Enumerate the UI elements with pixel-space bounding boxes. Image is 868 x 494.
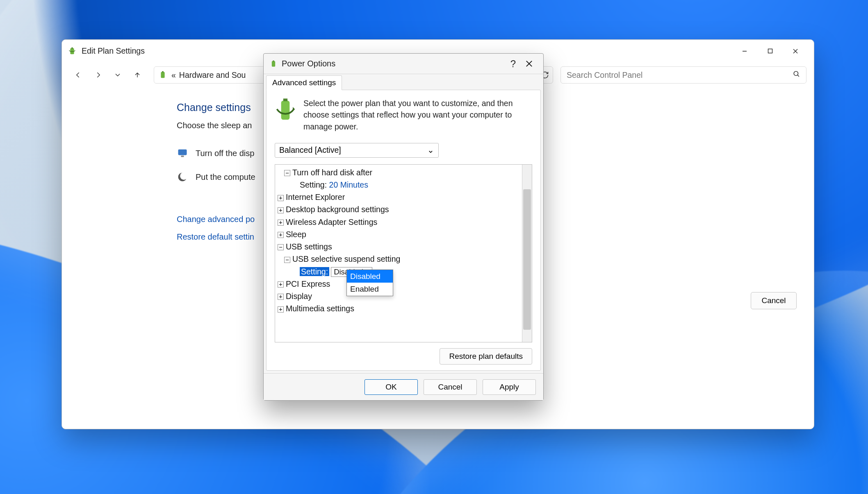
battery-icon [275, 97, 296, 123]
hard-disk-setting-value[interactable]: 20 Minutes [329, 180, 368, 189]
svg-rect-3 [768, 49, 772, 53]
expand-icon[interactable]: + [278, 220, 284, 226]
svg-point-8 [794, 71, 798, 75]
up-button[interactable] [128, 66, 146, 84]
search-box[interactable] [560, 66, 806, 84]
collapse-icon[interactable]: − [284, 170, 290, 176]
collapse-icon[interactable]: − [284, 257, 290, 263]
svg-rect-6 [161, 72, 164, 78]
tree-usb-settings[interactable]: USB settings [286, 242, 332, 251]
dialog-button-row: OK Cancel Apply [264, 373, 543, 400]
expand-icon[interactable]: + [278, 294, 284, 300]
expand-icon[interactable]: + [278, 232, 284, 238]
parent-cancel-button[interactable]: Cancel [751, 292, 797, 309]
dialog-intro-text: Select the power plan that you want to c… [303, 97, 532, 132]
tree-pci-express[interactable]: PCI Express [286, 279, 330, 288]
settings-tree[interactable]: −Turn off hard disk after Setting: 20 Mi… [275, 165, 522, 342]
svg-rect-18 [281, 101, 290, 120]
maximize-button[interactable] [757, 42, 783, 60]
help-button[interactable]: ? [506, 54, 521, 74]
cancel-button[interactable]: Cancel [424, 379, 477, 395]
display-option-label: Turn off the disp [196, 149, 254, 158]
breadcrumb[interactable]: Hardware and Sou [179, 70, 246, 80]
collapse-icon[interactable]: − [278, 244, 284, 250]
expand-icon[interactable]: + [278, 306, 284, 313]
expand-icon[interactable]: + [278, 207, 284, 213]
settings-tree-container: −Turn off hard disk after Setting: 20 Mi… [275, 164, 532, 342]
usb-suspend-option-list[interactable]: Disabled Enabled [346, 270, 393, 296]
power-options-dialog: Power Options ? Advanced settings Select… [263, 53, 544, 401]
tree-multimedia[interactable]: Multimedia settings [286, 304, 354, 313]
tree-wireless-adapter[interactable]: Wireless Adapter Settings [286, 218, 377, 227]
power-plan-dropdown[interactable]: Balanced [Active] ⌄ [275, 143, 439, 158]
tree-display[interactable]: Display [286, 292, 312, 301]
usb-suspend-option-enabled[interactable]: Enabled [347, 283, 393, 295]
hard-disk-setting-label: Setting: [300, 180, 327, 189]
recent-button[interactable] [109, 66, 127, 84]
sleep-option-label: Put the compute [196, 172, 255, 182]
tab-page: Select the power plan that you want to c… [266, 90, 541, 371]
monitor-icon [177, 147, 188, 159]
svg-rect-1 [71, 47, 73, 48]
svg-rect-10 [178, 150, 187, 155]
search-input[interactable] [567, 70, 793, 80]
tree-internet-explorer[interactable]: Internet Explorer [286, 193, 345, 202]
dialog-titlebar[interactable]: Power Options ? [264, 54, 543, 74]
svg-rect-14 [272, 61, 275, 66]
usb-suspend-option-disabled[interactable]: Disabled [347, 270, 393, 283]
close-button[interactable] [783, 42, 808, 60]
ok-button[interactable]: OK [365, 379, 418, 395]
expand-icon[interactable]: + [278, 281, 284, 288]
search-icon [793, 70, 800, 80]
scrollbar-thumb[interactable] [523, 189, 531, 330]
dialog-tabbar: Advanced settings [264, 74, 543, 90]
dialog-title: Power Options [282, 59, 335, 68]
svg-rect-15 [273, 60, 274, 61]
svg-rect-19 [283, 99, 287, 101]
svg-line-9 [797, 75, 799, 77]
moon-icon [177, 171, 188, 183]
dialog-intro: Select the power plan that you want to c… [275, 97, 532, 132]
window-title: Edit Plan Settings [82, 46, 145, 56]
tree-sleep[interactable]: Sleep [286, 230, 306, 239]
tree-usb-suspend[interactable]: USB selective suspend setting [292, 254, 400, 263]
dialog-close-button[interactable] [521, 54, 538, 74]
battery-icon [269, 60, 278, 68]
usb-suspend-setting-label: Setting: [300, 267, 329, 276]
restore-plan-defaults-button[interactable]: Restore plan defaults [440, 348, 532, 365]
tree-hard-disk[interactable]: Turn off hard disk after [292, 168, 372, 177]
minimize-button[interactable] [732, 42, 757, 60]
svg-rect-11 [181, 156, 184, 157]
power-plan-selected: Balanced [Active] [279, 145, 341, 155]
breadcrumb-prefix: « [171, 70, 176, 80]
svg-point-13 [180, 172, 188, 180]
forward-button[interactable] [89, 66, 107, 84]
back-button[interactable] [69, 66, 87, 84]
battery-icon [158, 70, 167, 79]
expand-icon[interactable]: + [278, 195, 284, 201]
tab-advanced-settings[interactable]: Advanced settings [266, 75, 342, 90]
tree-scrollbar[interactable] [522, 165, 532, 342]
tree-desktop-background[interactable]: Desktop background settings [286, 205, 389, 214]
chevron-down-icon: ⌄ [427, 145, 434, 155]
svg-rect-7 [162, 71, 164, 73]
battery-icon [68, 47, 77, 56]
apply-button[interactable]: Apply [483, 379, 536, 395]
